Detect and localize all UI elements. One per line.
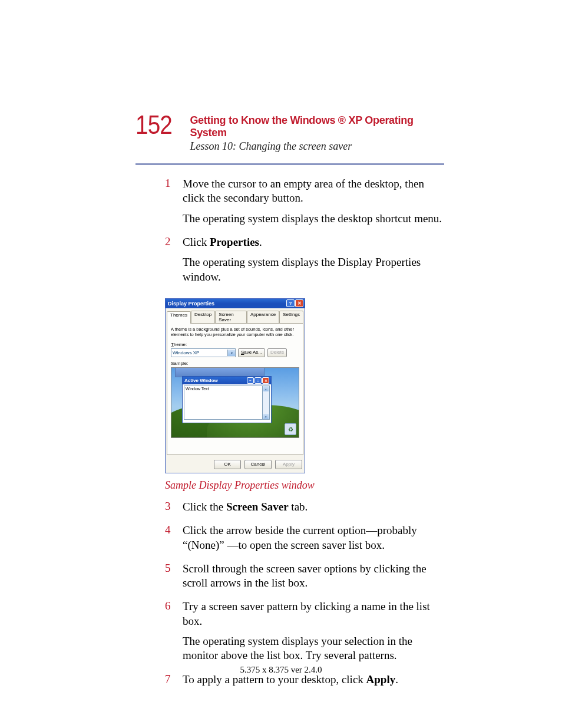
theme-description: A theme is a background plus a set of so… — [171, 327, 299, 337]
sample-preview: Active Window − □ ✕ Window Text — [171, 367, 299, 438]
step-text: The operating system displays the Displa… — [183, 255, 444, 284]
step-text: Click Properties. — [183, 235, 444, 249]
theme-combobox-value: Windows XP — [171, 349, 227, 357]
text-run: Click — [183, 236, 210, 248]
step-number: 1 — [165, 177, 183, 190]
step-number: 6 — [165, 599, 183, 612]
step-number: 2 — [165, 235, 183, 248]
close-icon: ✕ — [262, 377, 269, 384]
cancel-button[interactable]: Cancel — [244, 460, 272, 469]
scroll-up-icon: ▴ — [263, 386, 269, 391]
active-window-title: Active Window — [184, 378, 247, 383]
page-header: 152 Getting to Know the Windows ® XP Ope… — [135, 112, 444, 153]
step-text: Scroll through the screen saver options … — [183, 562, 444, 591]
close-button[interactable]: ✕ — [295, 299, 303, 307]
step-5: 5 Scroll through the screen saver option… — [165, 562, 444, 597]
text-bold: Properties — [210, 236, 259, 248]
figure-caption: Sample Display Properties window — [165, 479, 444, 492]
step-text: The operating system displays the deskto… — [183, 212, 444, 226]
text-run: Click the — [183, 500, 226, 513]
dialog-titlebar: Display Properties ? ✕ — [166, 299, 305, 308]
dialog-figure: Display Properties ? ✕ Themes Desktop Sc… — [165, 298, 444, 473]
ok-button[interactable]: OK — [214, 460, 241, 469]
tab-appearance[interactable]: Appearance — [247, 311, 279, 323]
window-text-preview: Window Text — [184, 386, 262, 420]
delete-button[interactable]: Delete — [267, 348, 287, 357]
step-text: Click the Screen Saver tab. — [183, 500, 308, 514]
step-1: 1 Move the cursor to an empty area of th… — [165, 177, 444, 232]
step-number: 3 — [165, 500, 183, 513]
tab-screen-saver[interactable]: Screen Saver — [215, 311, 247, 323]
step-text: Try a screen saver pattern by clicking a… — [183, 599, 444, 628]
scrollbar-preview: ▴ ▾ — [262, 386, 270, 420]
tab-panel: A theme is a background plus a set of so… — [167, 324, 303, 455]
tab-settings[interactable]: Settings — [279, 311, 303, 323]
sample-label: Sample: — [171, 361, 299, 366]
step-3: 3 Click the Screen Saver tab. — [165, 500, 444, 520]
active-window-preview: Active Window − □ ✕ Window Text — [182, 376, 272, 423]
page-footer: 5.375 x 8.375 ver 2.4.0 — [0, 665, 562, 675]
tab-desktop[interactable]: Desktop — [191, 311, 215, 323]
step-6: 6 Try a screen saver pattern by clicking… — [165, 599, 444, 668]
step-text: Move the cursor to an empty area of the … — [183, 177, 444, 206]
theme-combobox[interactable]: Windows XP ▾ — [171, 348, 236, 357]
maximize-icon: □ — [254, 377, 262, 384]
step-4: 4 Click the arrow beside the current opt… — [165, 523, 444, 558]
text-run: . — [259, 236, 262, 248]
dialog-button-row: OK Cancel Apply — [166, 456, 305, 473]
page-number: 152 — [135, 112, 172, 138]
header-divider — [135, 163, 444, 165]
apply-button[interactable]: Apply — [275, 460, 302, 469]
theme-label: Theme: — [171, 342, 299, 347]
step-7: 7 To apply a pattern to your desktop, cl… — [165, 673, 444, 693]
save-as-button[interactable]: Save As... — [238, 348, 265, 357]
text-run: tab. — [289, 500, 308, 513]
scroll-down-icon: ▾ — [263, 414, 269, 419]
lesson-title: Lesson 10: Changing the screen saver — [190, 140, 444, 153]
step-2: 2 Click Properties. The operating system… — [165, 235, 444, 290]
text-bold: Screen Saver — [226, 500, 289, 513]
tab-themes[interactable]: Themes — [167, 311, 191, 324]
display-properties-dialog: Display Properties ? ✕ Themes Desktop Sc… — [165, 298, 305, 473]
minimize-icon: − — [247, 377, 254, 384]
chapter-title: Getting to Know the Windows ® XP Operati… — [190, 114, 444, 139]
step-number: 5 — [165, 562, 183, 575]
recycle-bin-icon: ♻ — [285, 423, 296, 435]
dialog-title: Display Properties — [168, 301, 286, 307]
step-number: 4 — [165, 523, 183, 536]
step-text: The operating system displays your selec… — [183, 634, 444, 663]
step-text: Click the arrow beside the current optio… — [183, 523, 444, 552]
help-button[interactable]: ? — [286, 299, 295, 307]
chevron-down-icon[interactable]: ▾ — [227, 350, 235, 356]
tab-strip: Themes Desktop Screen Saver Appearance S… — [167, 309, 303, 324]
